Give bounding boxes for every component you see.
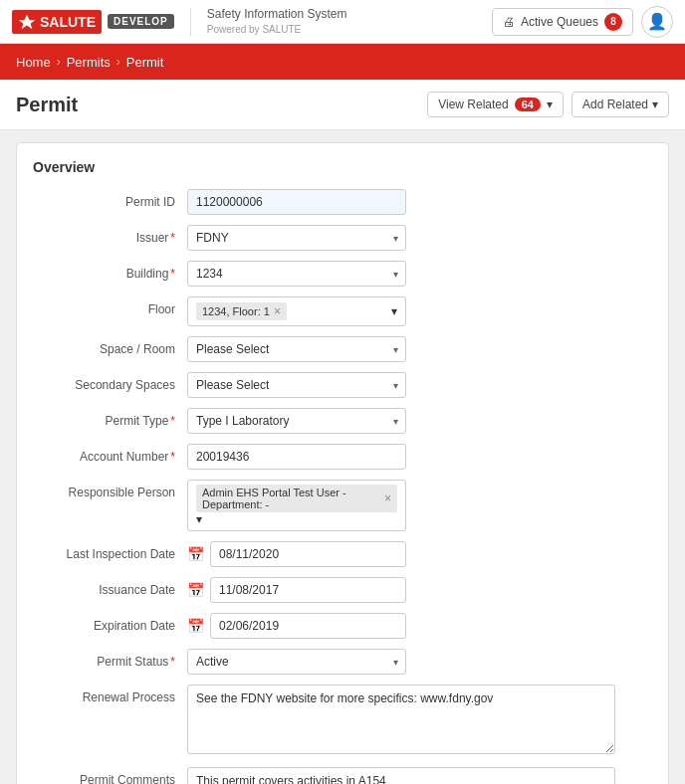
calendar-icon-2: 📅	[187, 582, 204, 598]
svg-marker-0	[19, 14, 35, 28]
renewal-process-label: Renewal Process	[33, 685, 187, 704]
responsible-person-remove-icon[interactable]: ×	[384, 491, 391, 505]
account-number-field-wrapper	[187, 444, 406, 470]
permit-type-row: Permit Type* Type I Laboratory ▾	[33, 408, 652, 434]
dev-badge: DEVELOP	[108, 14, 174, 29]
salute-logo-icon	[18, 13, 36, 31]
floor-label: Floor	[33, 296, 187, 316]
issuance-date-row: Issuance Date 📅	[33, 577, 652, 603]
logo-area: SALUTE DEVELOP	[12, 10, 174, 34]
space-room-select-wrapper: Please Select ▾	[187, 336, 406, 362]
system-title: Safety Information System Powered by SAL…	[207, 7, 347, 36]
active-queues-button[interactable]: 🖨 Active Queues 8	[492, 8, 633, 36]
responsible-person-row: Responsible Person Admin EHS Portal Test…	[33, 480, 652, 531]
floor-field-wrapper: 1234, Floor: 1 × ▾	[187, 296, 406, 326]
page-header: Permit View Related 64 ▾ Add Related ▾	[0, 80, 685, 130]
issuance-date-label: Issuance Date	[33, 577, 187, 597]
issuance-date-row-inner: 📅	[187, 577, 406, 603]
header-actions: View Related 64 ▾ Add Related ▾	[427, 92, 669, 117]
breadcrumb-sep-2: ›	[116, 55, 120, 69]
expiration-date-row-inner: 📅	[187, 613, 406, 639]
last-inspection-date-row: 📅	[187, 541, 406, 567]
responsible-person-label: Responsible Person	[33, 480, 187, 499]
last-inspection-field-wrapper: 📅	[187, 541, 406, 567]
add-related-button[interactable]: Add Related ▾	[571, 92, 669, 117]
permit-id-input[interactable]	[187, 189, 406, 215]
permit-status-label: Permit Status*	[33, 649, 187, 669]
floor-multi-select[interactable]: 1234, Floor: 1 × ▾	[187, 296, 406, 326]
last-inspection-input[interactable]	[210, 541, 406, 567]
form-card: Overview Permit ID Issuer* FDNY ▾	[16, 142, 669, 784]
permit-comments-label: Permit Comments	[33, 767, 187, 784]
building-select-wrapper: 1234 ▾	[187, 261, 406, 287]
secondary-spaces-label: Secondary Spaces	[33, 372, 187, 392]
permit-type-select-wrapper: Type I Laboratory ▾	[187, 408, 406, 434]
issuer-select[interactable]: FDNY	[187, 225, 406, 251]
responsible-person-tag: Admin EHS Portal Test User - Department:…	[196, 485, 397, 512]
floor-tag-remove-icon[interactable]: ×	[274, 304, 281, 318]
permit-id-row: Permit ID	[33, 189, 652, 215]
issuance-date-input[interactable]	[210, 577, 406, 603]
responsible-person-chevron-icon: ▾	[196, 512, 202, 526]
space-room-label: Space / Room	[33, 336, 187, 356]
user-profile-button[interactable]: 👤	[641, 6, 673, 38]
permit-comments-row: Permit Comments This permit covers activ…	[33, 767, 652, 784]
permit-type-select[interactable]: Type I Laboratory	[187, 408, 406, 434]
calendar-icon-1: 📅	[187, 546, 204, 562]
breadcrumb-permit[interactable]: Permit	[126, 55, 164, 70]
expiration-date-label: Expiration Date	[33, 613, 187, 633]
last-inspection-label: Last Inspection Date	[33, 541, 187, 561]
account-number-input[interactable]	[187, 444, 406, 470]
space-room-select[interactable]: Please Select	[187, 336, 406, 362]
permit-type-label: Permit Type*	[33, 408, 187, 428]
issuer-select-wrapper: FDNY ▾	[187, 225, 406, 251]
floor-chevron-icon: ▾	[391, 304, 397, 318]
top-navigation: SALUTE DEVELOP Safety Information System…	[0, 0, 685, 44]
expiration-date-field-wrapper: 📅	[187, 613, 406, 639]
queue-count-badge: 8	[604, 13, 622, 31]
responsible-person-field-wrapper: Admin EHS Portal Test User - Department:…	[187, 480, 406, 531]
breadcrumb-permits[interactable]: Permits	[67, 55, 111, 70]
floor-row: Floor 1234, Floor: 1 × ▾	[33, 296, 652, 326]
secondary-spaces-field-wrapper: Please Select ▾	[187, 372, 406, 398]
responsible-person-select[interactable]: Admin EHS Portal Test User - Department:…	[187, 480, 406, 531]
permit-id-field-wrapper	[187, 189, 406, 215]
chevron-down-icon-2: ▾	[652, 98, 658, 111]
view-related-button[interactable]: View Related 64 ▾	[427, 92, 564, 117]
account-number-row: Account Number*	[33, 444, 652, 470]
permit-status-row: Permit Status* Active ▾	[33, 649, 652, 675]
breadcrumb-home[interactable]: Home	[16, 55, 51, 70]
main-content: Overview Permit ID Issuer* FDNY ▾	[0, 130, 685, 784]
chevron-down-icon: ▾	[547, 98, 553, 111]
renewal-process-textarea[interactable]: See the FDNY website for more specifics:…	[187, 685, 615, 754]
calendar-icon-3: 📅	[187, 618, 204, 634]
expiration-date-input[interactable]	[210, 613, 406, 639]
issuer-label: Issuer*	[33, 225, 187, 245]
issuer-field-wrapper: FDNY ▾	[187, 225, 406, 251]
renewal-process-field-wrapper: See the FDNY website for more specifics:…	[187, 685, 615, 757]
permit-status-select[interactable]: Active	[187, 649, 406, 675]
section-title: Overview	[33, 159, 652, 175]
permit-status-field-wrapper: Active ▾	[187, 649, 406, 675]
issuer-row: Issuer* FDNY ▾	[33, 225, 652, 251]
expiration-date-row: Expiration Date 📅	[33, 613, 652, 639]
permit-status-select-wrapper: Active ▾	[187, 649, 406, 675]
breadcrumb: Home › Permits › Permit	[0, 44, 685, 80]
breadcrumb-sep-1: ›	[57, 55, 61, 69]
building-row: Building* 1234 ▾	[33, 261, 652, 287]
nav-divider	[190, 8, 191, 36]
issuance-date-field-wrapper: 📅	[187, 577, 406, 603]
building-label: Building*	[33, 261, 187, 281]
logo: SALUTE	[12, 10, 102, 34]
permit-comments-textarea[interactable]: This permit covers activities in A154	[187, 767, 615, 784]
building-select[interactable]: 1234	[187, 261, 406, 287]
permit-comments-field-wrapper: This permit covers activities in A154	[187, 767, 615, 784]
secondary-spaces-select-wrapper: Please Select ▾	[187, 372, 406, 398]
account-number-label: Account Number*	[33, 444, 187, 464]
logo-text: SALUTE	[40, 14, 96, 30]
secondary-spaces-select[interactable]: Please Select	[187, 372, 406, 398]
view-related-count-badge: 64	[515, 98, 541, 111]
last-inspection-row: Last Inspection Date 📅	[33, 541, 652, 567]
floor-tag: 1234, Floor: 1 ×	[196, 302, 287, 320]
space-room-row: Space / Room Please Select ▾	[33, 336, 652, 362]
